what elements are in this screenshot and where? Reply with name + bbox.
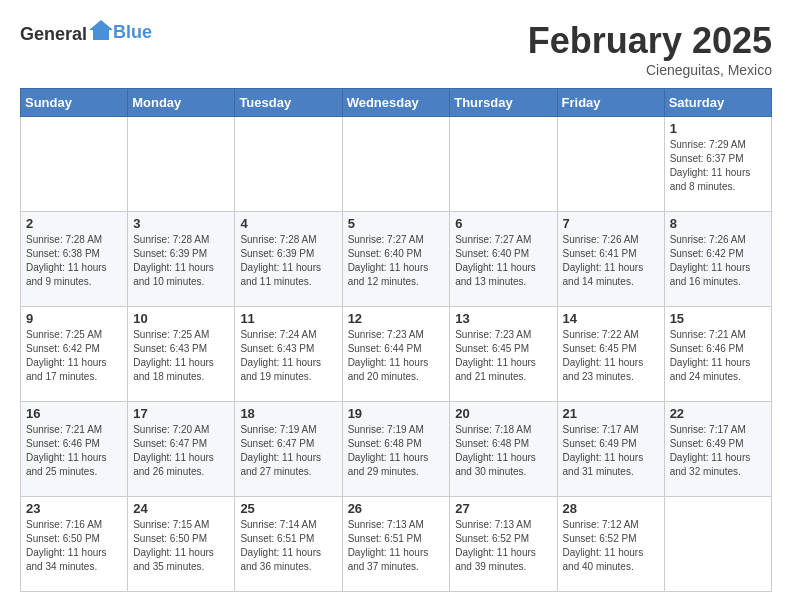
day-info: Sunrise: 7:29 AM Sunset: 6:37 PM Dayligh… bbox=[670, 138, 766, 194]
calendar-cell: 27Sunrise: 7:13 AM Sunset: 6:52 PM Dayli… bbox=[450, 497, 557, 592]
calendar-cell: 12Sunrise: 7:23 AM Sunset: 6:44 PM Dayli… bbox=[342, 307, 450, 402]
day-number: 2 bbox=[26, 216, 122, 231]
calendar-cell: 20Sunrise: 7:18 AM Sunset: 6:48 PM Dayli… bbox=[450, 402, 557, 497]
week-row-1: 2Sunrise: 7:28 AM Sunset: 6:38 PM Daylig… bbox=[21, 212, 772, 307]
day-info: Sunrise: 7:18 AM Sunset: 6:48 PM Dayligh… bbox=[455, 423, 551, 479]
logo-icon bbox=[89, 20, 113, 40]
day-info: Sunrise: 7:28 AM Sunset: 6:39 PM Dayligh… bbox=[133, 233, 229, 289]
day-number: 23 bbox=[26, 501, 122, 516]
day-info: Sunrise: 7:26 AM Sunset: 6:42 PM Dayligh… bbox=[670, 233, 766, 289]
calendar-cell: 21Sunrise: 7:17 AM Sunset: 6:49 PM Dayli… bbox=[557, 402, 664, 497]
day-info: Sunrise: 7:28 AM Sunset: 6:38 PM Dayligh… bbox=[26, 233, 122, 289]
calendar-cell: 28Sunrise: 7:12 AM Sunset: 6:52 PM Dayli… bbox=[557, 497, 664, 592]
week-row-4: 23Sunrise: 7:16 AM Sunset: 6:50 PM Dayli… bbox=[21, 497, 772, 592]
day-header-thursday: Thursday bbox=[450, 89, 557, 117]
day-info: Sunrise: 7:23 AM Sunset: 6:44 PM Dayligh… bbox=[348, 328, 445, 384]
calendar-cell: 14Sunrise: 7:22 AM Sunset: 6:45 PM Dayli… bbox=[557, 307, 664, 402]
day-info: Sunrise: 7:13 AM Sunset: 6:52 PM Dayligh… bbox=[455, 518, 551, 574]
calendar-cell bbox=[128, 117, 235, 212]
day-info: Sunrise: 7:25 AM Sunset: 6:43 PM Dayligh… bbox=[133, 328, 229, 384]
day-header-wednesday: Wednesday bbox=[342, 89, 450, 117]
calendar-cell: 22Sunrise: 7:17 AM Sunset: 6:49 PM Dayli… bbox=[664, 402, 771, 497]
day-info: Sunrise: 7:17 AM Sunset: 6:49 PM Dayligh… bbox=[670, 423, 766, 479]
day-number: 18 bbox=[240, 406, 336, 421]
day-info: Sunrise: 7:14 AM Sunset: 6:51 PM Dayligh… bbox=[240, 518, 336, 574]
day-info: Sunrise: 7:13 AM Sunset: 6:51 PM Dayligh… bbox=[348, 518, 445, 574]
day-number: 22 bbox=[670, 406, 766, 421]
calendar-cell: 26Sunrise: 7:13 AM Sunset: 6:51 PM Dayli… bbox=[342, 497, 450, 592]
day-header-monday: Monday bbox=[128, 89, 235, 117]
calendar-title: February 2025 bbox=[528, 20, 772, 62]
day-number: 12 bbox=[348, 311, 445, 326]
day-number: 21 bbox=[563, 406, 659, 421]
calendar-cell: 7Sunrise: 7:26 AM Sunset: 6:41 PM Daylig… bbox=[557, 212, 664, 307]
day-number: 26 bbox=[348, 501, 445, 516]
day-header-saturday: Saturday bbox=[664, 89, 771, 117]
day-number: 16 bbox=[26, 406, 122, 421]
day-info: Sunrise: 7:19 AM Sunset: 6:47 PM Dayligh… bbox=[240, 423, 336, 479]
day-header-friday: Friday bbox=[557, 89, 664, 117]
day-info: Sunrise: 7:22 AM Sunset: 6:45 PM Dayligh… bbox=[563, 328, 659, 384]
day-number: 10 bbox=[133, 311, 229, 326]
svg-marker-0 bbox=[89, 20, 113, 40]
day-info: Sunrise: 7:19 AM Sunset: 6:48 PM Dayligh… bbox=[348, 423, 445, 479]
day-info: Sunrise: 7:12 AM Sunset: 6:52 PM Dayligh… bbox=[563, 518, 659, 574]
calendar-cell: 18Sunrise: 7:19 AM Sunset: 6:47 PM Dayli… bbox=[235, 402, 342, 497]
day-info: Sunrise: 7:28 AM Sunset: 6:39 PM Dayligh… bbox=[240, 233, 336, 289]
day-number: 15 bbox=[670, 311, 766, 326]
calendar-body: 1Sunrise: 7:29 AM Sunset: 6:37 PM Daylig… bbox=[21, 117, 772, 592]
calendar-cell: 25Sunrise: 7:14 AM Sunset: 6:51 PM Dayli… bbox=[235, 497, 342, 592]
day-header-tuesday: Tuesday bbox=[235, 89, 342, 117]
day-info: Sunrise: 7:23 AM Sunset: 6:45 PM Dayligh… bbox=[455, 328, 551, 384]
calendar-cell: 19Sunrise: 7:19 AM Sunset: 6:48 PM Dayli… bbox=[342, 402, 450, 497]
calendar-cell: 17Sunrise: 7:20 AM Sunset: 6:47 PM Dayli… bbox=[128, 402, 235, 497]
day-number: 13 bbox=[455, 311, 551, 326]
day-number: 1 bbox=[670, 121, 766, 136]
day-info: Sunrise: 7:21 AM Sunset: 6:46 PM Dayligh… bbox=[26, 423, 122, 479]
day-info: Sunrise: 7:15 AM Sunset: 6:50 PM Dayligh… bbox=[133, 518, 229, 574]
calendar-subtitle: Cieneguitas, Mexico bbox=[528, 62, 772, 78]
day-number: 3 bbox=[133, 216, 229, 231]
logo-general: General bbox=[20, 24, 87, 44]
calendar-cell: 8Sunrise: 7:26 AM Sunset: 6:42 PM Daylig… bbox=[664, 212, 771, 307]
calendar-cell: 11Sunrise: 7:24 AM Sunset: 6:43 PM Dayli… bbox=[235, 307, 342, 402]
week-row-0: 1Sunrise: 7:29 AM Sunset: 6:37 PM Daylig… bbox=[21, 117, 772, 212]
day-number: 4 bbox=[240, 216, 336, 231]
day-number: 27 bbox=[455, 501, 551, 516]
calendar-cell: 2Sunrise: 7:28 AM Sunset: 6:38 PM Daylig… bbox=[21, 212, 128, 307]
calendar-cell: 13Sunrise: 7:23 AM Sunset: 6:45 PM Dayli… bbox=[450, 307, 557, 402]
calendar-cell: 3Sunrise: 7:28 AM Sunset: 6:39 PM Daylig… bbox=[128, 212, 235, 307]
title-area: February 2025 Cieneguitas, Mexico bbox=[528, 20, 772, 78]
calendar-cell bbox=[450, 117, 557, 212]
days-header-row: SundayMondayTuesdayWednesdayThursdayFrid… bbox=[21, 89, 772, 117]
day-info: Sunrise: 7:21 AM Sunset: 6:46 PM Dayligh… bbox=[670, 328, 766, 384]
calendar-cell: 15Sunrise: 7:21 AM Sunset: 6:46 PM Dayli… bbox=[664, 307, 771, 402]
day-number: 11 bbox=[240, 311, 336, 326]
day-number: 28 bbox=[563, 501, 659, 516]
day-number: 8 bbox=[670, 216, 766, 231]
calendar-cell: 10Sunrise: 7:25 AM Sunset: 6:43 PM Dayli… bbox=[128, 307, 235, 402]
day-number: 25 bbox=[240, 501, 336, 516]
day-info: Sunrise: 7:24 AM Sunset: 6:43 PM Dayligh… bbox=[240, 328, 336, 384]
logo: General Blue bbox=[20, 20, 152, 45]
calendar-cell bbox=[557, 117, 664, 212]
calendar-table: SundayMondayTuesdayWednesdayThursdayFrid… bbox=[20, 88, 772, 592]
day-number: 24 bbox=[133, 501, 229, 516]
day-info: Sunrise: 7:27 AM Sunset: 6:40 PM Dayligh… bbox=[455, 233, 551, 289]
calendar-cell bbox=[664, 497, 771, 592]
calendar-cell: 23Sunrise: 7:16 AM Sunset: 6:50 PM Dayli… bbox=[21, 497, 128, 592]
day-header-sunday: Sunday bbox=[21, 89, 128, 117]
calendar-cell: 1Sunrise: 7:29 AM Sunset: 6:37 PM Daylig… bbox=[664, 117, 771, 212]
day-info: Sunrise: 7:16 AM Sunset: 6:50 PM Dayligh… bbox=[26, 518, 122, 574]
day-info: Sunrise: 7:17 AM Sunset: 6:49 PM Dayligh… bbox=[563, 423, 659, 479]
day-info: Sunrise: 7:20 AM Sunset: 6:47 PM Dayligh… bbox=[133, 423, 229, 479]
calendar-cell: 6Sunrise: 7:27 AM Sunset: 6:40 PM Daylig… bbox=[450, 212, 557, 307]
header: General Blue February 2025 Cieneguitas, … bbox=[20, 20, 772, 78]
calendar-cell: 4Sunrise: 7:28 AM Sunset: 6:39 PM Daylig… bbox=[235, 212, 342, 307]
day-number: 9 bbox=[26, 311, 122, 326]
day-number: 17 bbox=[133, 406, 229, 421]
day-info: Sunrise: 7:27 AM Sunset: 6:40 PM Dayligh… bbox=[348, 233, 445, 289]
day-info: Sunrise: 7:26 AM Sunset: 6:41 PM Dayligh… bbox=[563, 233, 659, 289]
day-number: 6 bbox=[455, 216, 551, 231]
calendar-cell: 24Sunrise: 7:15 AM Sunset: 6:50 PM Dayli… bbox=[128, 497, 235, 592]
